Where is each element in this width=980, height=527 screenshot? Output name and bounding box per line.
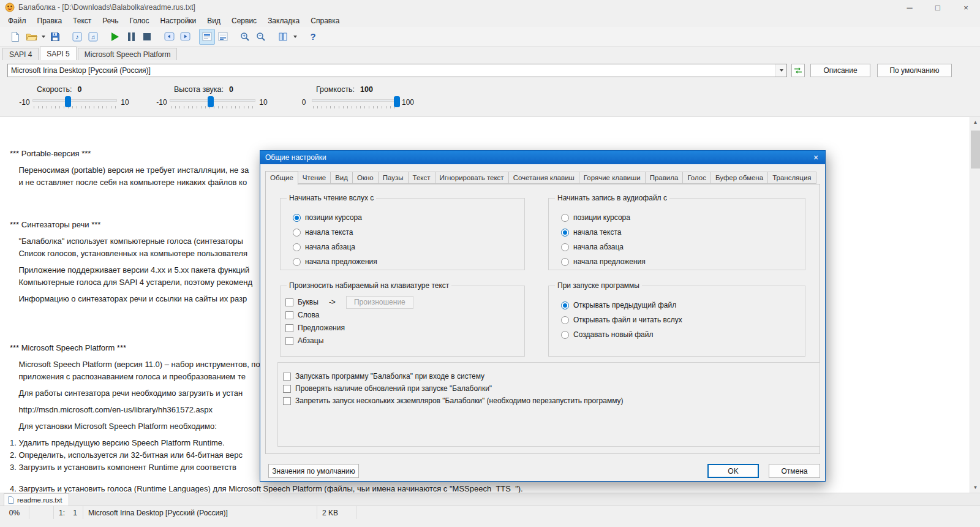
menu-item[interactable]: Вид [202,15,226,26]
radio-option[interactable]: начала абзаца [293,242,524,252]
dialog-tab[interactable]: Чтение [298,172,331,184]
menu-item[interactable]: Правка [32,15,68,26]
new-file-icon[interactable] [7,29,23,45]
dictionary-dropdown-icon[interactable] [291,29,299,45]
pitch-min-label: -10 [154,98,170,107]
dialog-tab[interactable]: Сочетания клавиш [509,172,579,184]
close-button[interactable]: × [952,0,980,15]
misc-group: Запускать программу "Балаболка" при вход… [277,362,820,447]
minimize-button[interactable]: ─ [895,0,924,15]
open-file-dropdown-icon[interactable] [39,29,47,45]
defaults-button[interactable]: Значения по умолчанию [268,464,359,478]
save-audio-icon[interactable]: ♪ [69,29,85,45]
pitch-label: Высота звука: [174,85,224,94]
radio-option[interactable]: начала текста [561,227,805,237]
dialog-tab[interactable]: Текст [409,172,435,184]
menu-item[interactable]: Справка [305,15,345,26]
radio-option[interactable]: позиции курсора [293,213,524,222]
radio-option[interactable]: начала предложения [293,257,524,267]
stop-icon[interactable] [139,29,155,45]
dialog-tab[interactable]: Правила [646,172,684,184]
prev-fragment-icon[interactable] [161,29,177,45]
radio-option[interactable]: Открывать файл и читать вслух [561,315,805,325]
rate-slider-thumb[interactable] [65,96,71,107]
radio-option[interactable]: начала предложения [561,257,805,267]
dialog-tab[interactable]: Игнорировать текст [435,172,509,184]
file-tab[interactable]: readme.rus.txt [4,493,69,506]
dialog-tab[interactable]: Общие [265,171,298,185]
dictionary-icon[interactable] [275,29,291,45]
radio-option[interactable]: Открывать предыдущий файл [561,300,805,310]
rate-slider-track[interactable] [32,96,117,108]
voice-select[interactable]: Microsoft Irina Desktop [Русский (Россия… [7,64,787,77]
rate-label: Скорость: [37,85,72,94]
menu-item[interactable]: Речь [97,15,124,26]
voice-panel: Microsoft Irina Desktop [Русский (Россия… [0,60,980,80]
radio-option[interactable]: начала текста [293,227,524,237]
dialog-tab[interactable]: Паузы [379,172,409,184]
highlight-text-icon[interactable] [199,29,215,45]
progress-cell: 0% [0,506,29,519]
sapi-tabs: SAPI 4SAPI 5Microsoft Speech Platform [2,47,178,60]
pitch-slider-track[interactable] [170,96,255,108]
pitch-slider-thumb[interactable] [208,96,214,107]
cancel-button[interactable]: Отмена [769,464,820,478]
dialog-tab[interactable]: Вид [331,172,353,184]
svg-text:♫: ♫ [91,34,96,40]
menu-item[interactable]: Сервис [226,15,262,26]
play-icon[interactable] [107,29,123,45]
magnifier-plus-icon[interactable] [237,29,253,45]
next-fragment-icon[interactable] [177,29,193,45]
radio-icon [561,331,569,339]
checkbox-option[interactable]: Запретить запуск нескольких экземпляров … [283,396,820,406]
menu-item[interactable]: Файл [2,15,32,26]
dialog-tab[interactable]: Трансляция [768,172,816,184]
pause-icon[interactable] [123,29,139,45]
menu-item[interactable]: Текст [67,15,97,26]
scroll-down-icon[interactable]: ▼ [970,482,980,493]
toolbar: ♪ ♫ ? [0,27,980,47]
checkbox-option[interactable]: Запускать программу "Балаболка" при вход… [283,371,820,381]
sapi-tab[interactable]: SAPI 4 [2,48,39,60]
voice-select-dropdown-icon[interactable] [775,64,786,77]
dialog-title: Общие настройки [265,153,326,162]
radio-option[interactable]: позиции курсора [561,213,805,222]
checkbox-option[interactable]: Предложения [285,323,524,333]
sapi-tab[interactable]: SAPI 5 [40,47,76,60]
dialog-tab[interactable]: Голос [683,172,711,184]
menu-item[interactable]: Настройки [154,15,202,26]
scroll-up-icon[interactable]: ▲ [970,117,980,127]
menu-item[interactable]: Голос [124,15,155,26]
sapi-tab[interactable]: Microsoft Speech Platform [78,48,178,60]
radio-option[interactable]: Создавать новый файл [561,330,805,339]
maximize-button[interactable]: □ [924,0,952,15]
help-icon[interactable]: ? [305,29,321,45]
split-audio-icon[interactable]: ♫ [85,29,101,45]
volume-slider-thumb[interactable] [394,96,400,107]
statusbar-voice-cell: Microsoft Irina Desktop [Русский (Россия… [83,506,317,519]
ok-button[interactable]: OK [707,464,759,478]
menu-item[interactable]: Закладка [262,15,305,26]
open-file-icon[interactable] [23,29,39,45]
dialog-tab[interactable]: Окно [353,172,379,184]
scrollbar-thumb[interactable] [971,131,980,169]
checkbox-option[interactable]: Абзацы [285,336,524,346]
vertical-scrollbar[interactable]: ▲ ▼ [970,117,980,493]
refresh-voices-button[interactable] [791,64,805,77]
dialog-tab[interactable]: Горячие клавиши [579,172,646,184]
letters-checkbox-option[interactable]: Буквы -> Произношение [285,297,524,307]
magnifier-minus-icon[interactable] [253,29,269,45]
subtitles-icon[interactable] [215,29,231,45]
volume-slider-track[interactable] [312,96,400,108]
voice-description-button[interactable]: Описание [810,64,870,77]
radio-option[interactable]: начала абзаца [561,242,805,252]
checkbox-option[interactable]: Слова [285,310,524,320]
checkbox-option[interactable]: Проверять наличие обновлений при запуске… [283,384,820,393]
dialog-titlebar[interactable]: Общие настройки × [260,151,825,164]
pitch-value: 0 [229,85,233,94]
save-file-icon[interactable] [47,29,63,45]
dialog-tab[interactable]: Буфер обмена [711,172,768,184]
voice-default-button[interactable]: По умолчанию [877,64,952,77]
radio-icon [293,243,301,251]
dialog-close-icon[interactable]: × [807,151,825,164]
